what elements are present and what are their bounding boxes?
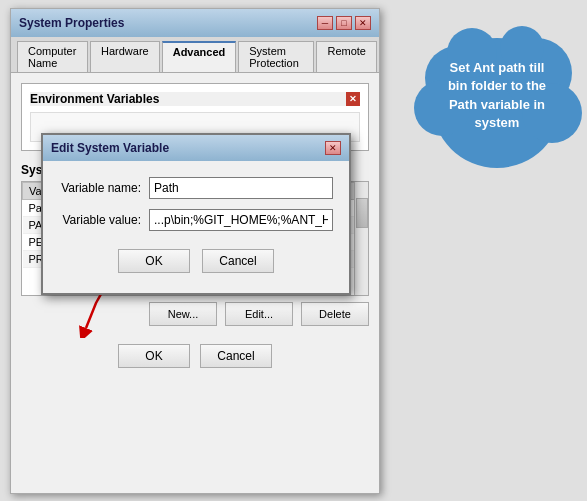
edit-dialog-ok-button[interactable]: OK bbox=[118, 249, 190, 273]
ok-button[interactable]: OK bbox=[118, 344, 190, 368]
variable-value-label: Variable value: bbox=[59, 213, 149, 227]
env-variables-label: Environment Variables bbox=[30, 92, 159, 106]
variable-name-input[interactable] bbox=[149, 177, 333, 199]
bottom-buttons: OK Cancel bbox=[21, 338, 369, 374]
cloud-callout-container: Set Ant path till bin folder to the Path… bbox=[412, 18, 582, 173]
window-title: System Properties bbox=[19, 16, 124, 30]
new-var-button[interactable]: New... bbox=[149, 302, 217, 326]
tab-remote[interactable]: Remote bbox=[316, 41, 377, 72]
delete-var-button[interactable]: Delete bbox=[301, 302, 369, 326]
env-variables-close[interactable]: ✕ bbox=[346, 92, 360, 106]
variable-name-row: Variable name: bbox=[59, 177, 333, 199]
content-area: Environment Variables ✕ Edit System Vari… bbox=[11, 73, 379, 493]
cancel-button[interactable]: Cancel bbox=[200, 344, 272, 368]
tab-system-protection[interactable]: System Protection bbox=[238, 41, 314, 72]
tab-computer-name[interactable]: Computer Name bbox=[17, 41, 88, 72]
edit-dialog-cancel-button[interactable]: Cancel bbox=[202, 249, 274, 273]
close-button[interactable]: ✕ bbox=[355, 16, 371, 30]
cloud-text-container: Set Ant path till bin folder to the Path… bbox=[412, 18, 582, 173]
title-bar-controls: ─ □ ✕ bbox=[317, 16, 371, 30]
callout-text: Set Ant path till bin folder to the Path… bbox=[432, 49, 562, 142]
edit-dialog-title-bar: Edit System Variable ✕ bbox=[43, 135, 349, 161]
tab-hardware[interactable]: Hardware bbox=[90, 41, 160, 72]
dialog-buttons: OK Cancel bbox=[59, 241, 333, 285]
scrollbar[interactable] bbox=[354, 182, 368, 295]
edit-dialog-content: Variable name: Variable value: OK Cancel bbox=[43, 161, 349, 293]
variable-value-row: Variable value: bbox=[59, 209, 333, 231]
edit-system-variable-dialog: Edit System Variable ✕ Variable name: Va… bbox=[41, 133, 351, 295]
edit-var-button[interactable]: Edit... bbox=[225, 302, 293, 326]
variable-value-input[interactable] bbox=[149, 209, 333, 231]
scrollbar-thumb[interactable] bbox=[356, 198, 368, 228]
edit-dialog-title-text: Edit System Variable bbox=[51, 141, 169, 155]
env-variables-title: Environment Variables ✕ bbox=[30, 92, 360, 106]
minimize-button[interactable]: ─ bbox=[317, 16, 333, 30]
edit-dialog-close-button[interactable]: ✕ bbox=[325, 141, 341, 155]
variable-name-label: Variable name: bbox=[59, 181, 149, 195]
maximize-button[interactable]: □ bbox=[336, 16, 352, 30]
tab-advanced[interactable]: Advanced bbox=[162, 41, 237, 72]
system-properties-window: System Properties ─ □ ✕ Computer Name Ha… bbox=[10, 8, 380, 494]
tabs-container: Computer Name Hardware Advanced System P… bbox=[11, 37, 379, 73]
title-bar: System Properties ─ □ ✕ bbox=[11, 9, 379, 37]
